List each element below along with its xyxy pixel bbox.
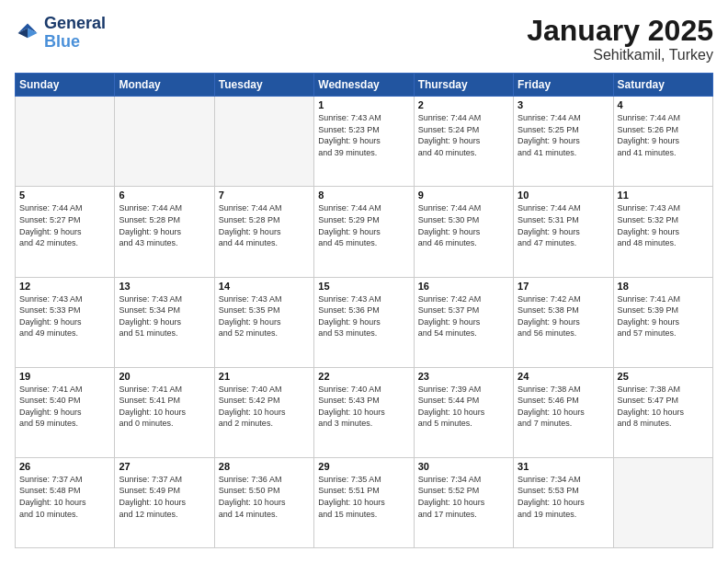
table-row: 13Sunrise: 7:43 AM Sunset: 5:34 PM Dayli… [115,277,214,367]
day-number: 7 [219,190,310,201]
table-row: 5Sunrise: 7:44 AM Sunset: 5:27 PM Daylig… [16,187,115,277]
day-number: 10 [518,190,609,201]
table-row: 11Sunrise: 7:43 AM Sunset: 5:32 PM Dayli… [613,187,712,277]
day-number: 6 [119,190,210,201]
table-row: 21Sunrise: 7:40 AM Sunset: 5:42 PM Dayli… [214,367,313,457]
calendar-header-row: Sunday Monday Tuesday Wednesday Thursday… [16,74,713,97]
day-number: 13 [119,281,210,292]
day-number: 27 [119,461,210,472]
day-info: Sunrise: 7:35 AM Sunset: 5:51 PM Dayligh… [318,474,409,520]
main-title: January 2025 [527,15,713,47]
day-number: 4 [618,99,709,110]
calendar: Sunday Monday Tuesday Wednesday Thursday… [15,73,713,548]
table-row: 26Sunrise: 7:37 AM Sunset: 5:48 PM Dayli… [16,457,115,547]
day-number: 18 [618,281,709,292]
day-info: Sunrise: 7:41 AM Sunset: 5:40 PM Dayligh… [19,384,110,430]
table-row: 10Sunrise: 7:44 AM Sunset: 5:31 PM Dayli… [514,187,613,277]
day-number: 29 [318,461,409,472]
calendar-week-0: 1Sunrise: 7:43 AM Sunset: 5:23 PM Daylig… [16,97,713,187]
col-saturday: Saturday [613,74,712,97]
day-number: 23 [418,371,509,382]
page: General Blue January 2025 Sehitkamil, Tu… [0,0,728,563]
day-number: 19 [19,371,110,382]
table-row: 14Sunrise: 7:43 AM Sunset: 5:35 PM Dayli… [214,277,313,367]
table-row: 27Sunrise: 7:37 AM Sunset: 5:49 PM Dayli… [115,457,214,547]
logo-icon [15,20,40,46]
day-info: Sunrise: 7:37 AM Sunset: 5:49 PM Dayligh… [119,474,210,520]
day-number: 24 [518,371,609,382]
day-number: 28 [219,461,310,472]
day-info: Sunrise: 7:42 AM Sunset: 5:37 PM Dayligh… [418,293,509,339]
table-row: 3Sunrise: 7:44 AM Sunset: 5:25 PM Daylig… [514,97,613,187]
table-row: 16Sunrise: 7:42 AM Sunset: 5:37 PM Dayli… [414,277,513,367]
day-info: Sunrise: 7:41 AM Sunset: 5:41 PM Dayligh… [119,384,210,430]
table-row: 15Sunrise: 7:43 AM Sunset: 5:36 PM Dayli… [314,277,414,367]
logo: General Blue [15,15,106,52]
table-row: 12Sunrise: 7:43 AM Sunset: 5:33 PM Dayli… [16,277,115,367]
day-info: Sunrise: 7:43 AM Sunset: 5:35 PM Dayligh… [219,293,310,339]
calendar-week-4: 26Sunrise: 7:37 AM Sunset: 5:48 PM Dayli… [16,457,713,547]
table-row [115,97,214,187]
day-number: 15 [318,281,409,292]
day-number: 21 [219,371,310,382]
table-row: 25Sunrise: 7:38 AM Sunset: 5:47 PM Dayli… [613,367,712,457]
table-row: 30Sunrise: 7:34 AM Sunset: 5:52 PM Dayli… [414,457,513,547]
table-row [613,457,712,547]
subtitle: Sehitkamil, Turkey [527,47,713,63]
table-row: 23Sunrise: 7:39 AM Sunset: 5:44 PM Dayli… [414,367,513,457]
day-number: 20 [119,371,210,382]
logo-text: General Blue [44,15,106,52]
table-row: 28Sunrise: 7:36 AM Sunset: 5:50 PM Dayli… [214,457,313,547]
day-info: Sunrise: 7:44 AM Sunset: 5:31 PM Dayligh… [518,202,609,248]
table-row: 17Sunrise: 7:42 AM Sunset: 5:38 PM Dayli… [514,277,613,367]
day-info: Sunrise: 7:36 AM Sunset: 5:50 PM Dayligh… [219,474,310,520]
day-info: Sunrise: 7:44 AM Sunset: 5:27 PM Dayligh… [19,202,110,248]
day-info: Sunrise: 7:39 AM Sunset: 5:44 PM Dayligh… [418,384,509,430]
day-info: Sunrise: 7:44 AM Sunset: 5:29 PM Dayligh… [318,202,409,248]
table-row: 9Sunrise: 7:44 AM Sunset: 5:30 PM Daylig… [414,187,513,277]
table-row [214,97,313,187]
day-number: 12 [19,281,110,292]
day-info: Sunrise: 7:43 AM Sunset: 5:32 PM Dayligh… [618,202,709,248]
col-wednesday: Wednesday [314,74,414,97]
day-number: 9 [418,190,509,201]
table-row: 6Sunrise: 7:44 AM Sunset: 5:28 PM Daylig… [115,187,214,277]
title-block: January 2025 Sehitkamil, Turkey [527,15,713,63]
table-row: 4Sunrise: 7:44 AM Sunset: 5:26 PM Daylig… [613,97,712,187]
day-number: 26 [19,461,110,472]
day-info: Sunrise: 7:40 AM Sunset: 5:43 PM Dayligh… [318,384,409,430]
day-number: 3 [518,99,609,110]
day-info: Sunrise: 7:42 AM Sunset: 5:38 PM Dayligh… [518,293,609,339]
day-info: Sunrise: 7:43 AM Sunset: 5:33 PM Dayligh… [19,293,110,339]
day-info: Sunrise: 7:34 AM Sunset: 5:53 PM Dayligh… [518,474,609,520]
day-info: Sunrise: 7:44 AM Sunset: 5:30 PM Dayligh… [418,202,509,248]
table-row: 20Sunrise: 7:41 AM Sunset: 5:41 PM Dayli… [115,367,214,457]
day-info: Sunrise: 7:41 AM Sunset: 5:39 PM Dayligh… [618,293,709,339]
header: General Blue January 2025 Sehitkamil, Tu… [15,15,713,63]
day-number: 31 [518,461,609,472]
table-row: 7Sunrise: 7:44 AM Sunset: 5:28 PM Daylig… [214,187,313,277]
table-row [16,97,115,187]
day-number: 8 [318,190,409,201]
day-info: Sunrise: 7:44 AM Sunset: 5:24 PM Dayligh… [418,112,509,158]
day-info: Sunrise: 7:44 AM Sunset: 5:28 PM Dayligh… [219,202,310,248]
table-row: 22Sunrise: 7:40 AM Sunset: 5:43 PM Dayli… [314,367,414,457]
logo-line1: General [44,15,106,33]
day-info: Sunrise: 7:44 AM Sunset: 5:28 PM Dayligh… [119,202,210,248]
day-info: Sunrise: 7:43 AM Sunset: 5:34 PM Dayligh… [119,293,210,339]
day-number: 5 [19,190,110,201]
col-tuesday: Tuesday [214,74,313,97]
table-row: 1Sunrise: 7:43 AM Sunset: 5:23 PM Daylig… [314,97,414,187]
col-sunday: Sunday [16,74,115,97]
table-row: 8Sunrise: 7:44 AM Sunset: 5:29 PM Daylig… [314,187,414,277]
day-number: 16 [418,281,509,292]
day-info: Sunrise: 7:44 AM Sunset: 5:26 PM Dayligh… [618,112,709,158]
calendar-week-2: 12Sunrise: 7:43 AM Sunset: 5:33 PM Dayli… [16,277,713,367]
table-row: 2Sunrise: 7:44 AM Sunset: 5:24 PM Daylig… [414,97,513,187]
day-number: 17 [518,281,609,292]
logo-line2: Blue [44,32,80,51]
calendar-week-1: 5Sunrise: 7:44 AM Sunset: 5:27 PM Daylig… [16,187,713,277]
col-thursday: Thursday [414,74,513,97]
day-info: Sunrise: 7:40 AM Sunset: 5:42 PM Dayligh… [219,384,310,430]
day-info: Sunrise: 7:34 AM Sunset: 5:52 PM Dayligh… [418,474,509,520]
